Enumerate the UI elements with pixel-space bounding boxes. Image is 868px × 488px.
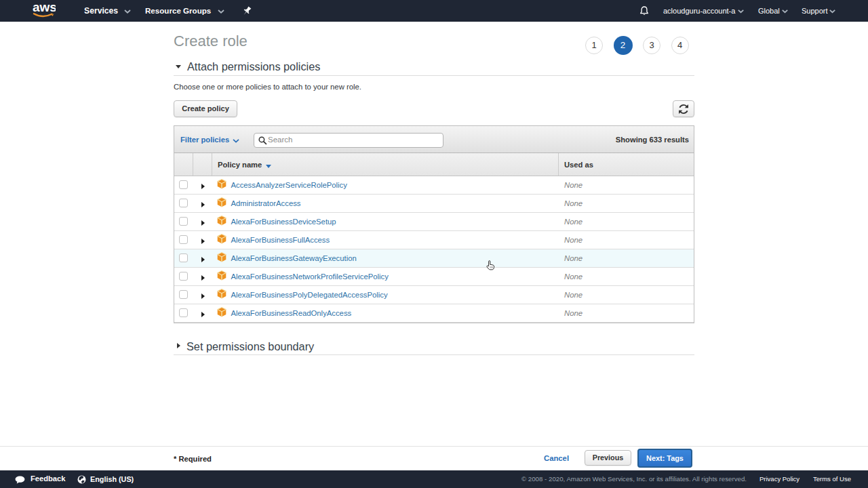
svg-text:aws: aws xyxy=(33,1,56,14)
